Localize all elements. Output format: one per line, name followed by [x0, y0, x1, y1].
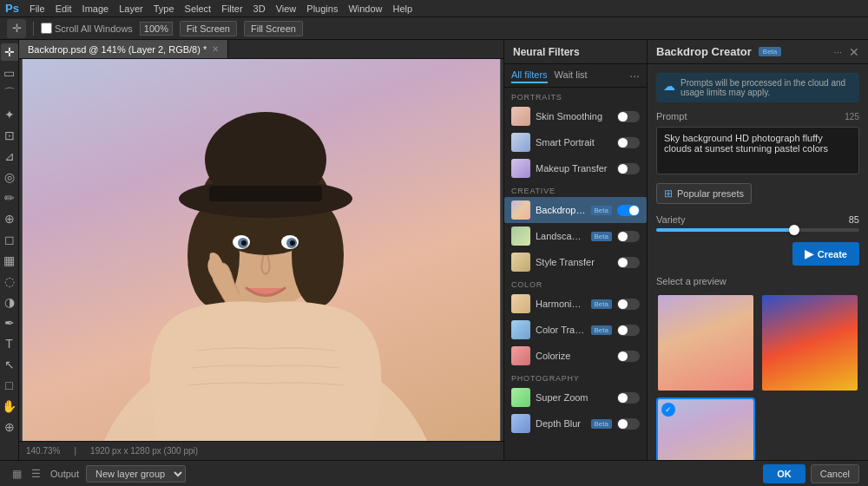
filter-toggle-harmonization[interactable]	[617, 299, 640, 310]
fill-screen-button[interactable]: Fill Screen	[244, 21, 303, 36]
create-button[interactable]: ▶ Create	[792, 242, 859, 266]
settings-beta-badge: Beta	[759, 47, 781, 56]
cancel-button[interactable]: Cancel	[811, 464, 859, 483]
bottom-bar-right: OK Cancel	[763, 464, 859, 483]
ok-button[interactable]: OK	[763, 464, 806, 483]
output-select[interactable]: New layer group New layer Smart object C…	[86, 465, 186, 483]
healing-brush-tool[interactable]: ◎	[1, 168, 18, 186]
preview-section-label: Select a preview	[656, 276, 859, 286]
menu-item-3d[interactable]: 3D	[253, 3, 266, 14]
settings-header: Backdrop Creator Beta ··· ✕	[648, 40, 868, 64]
zoom-input[interactable]	[140, 22, 173, 36]
prompt-textarea[interactable]: Sky background HD photograph fluffy clou…	[656, 127, 859, 174]
path-selection-tool[interactable]: ↖	[1, 356, 18, 373]
move-tool-icon[interactable]: ✛	[7, 19, 26, 38]
magic-wand-tool[interactable]: ✦	[1, 106, 18, 123]
filter-list-scroll[interactable]: PORTRAITS Skin Smoothing Smart Portrait …	[504, 88, 647, 460]
hand-tool[interactable]: ✋	[1, 397, 18, 415]
eyedropper-tool[interactable]: ⊿	[1, 148, 18, 165]
filter-name-makeup-transfer: Makeup Transfer	[536, 163, 612, 174]
menu-item-window[interactable]: Window	[348, 3, 382, 14]
variety-slider-track[interactable]	[656, 228, 859, 232]
preview-item-2[interactable]	[760, 293, 859, 392]
filter-toggle-skin-smoothing[interactable]	[617, 111, 640, 122]
dodge-tool[interactable]: ◑	[1, 293, 18, 311]
tab-all-filters[interactable]: All filters	[511, 68, 548, 83]
filter-toggle-smart-portrait[interactable]	[617, 137, 640, 148]
popular-presets-button[interactable]: ⊞ Popular presets	[656, 183, 752, 204]
tab-wait-list[interactable]: Wait list	[555, 68, 588, 83]
lasso-tool[interactable]: ⌒	[1, 85, 18, 102]
section-label-creative: CREATIVE	[504, 181, 647, 197]
filter-name-depth-blur: Depth Blur	[536, 418, 586, 429]
filter-item-smart-portrait[interactable]: Smart Portrait	[504, 129, 647, 155]
close-tab-icon[interactable]: ✕	[212, 44, 219, 54]
move-tool[interactable]: ✛	[1, 43, 18, 61]
marquee-tool[interactable]: ▭	[1, 64, 18, 82]
layer-icons: ▦ ☰	[9, 466, 43, 482]
filter-item-landscape-mixer[interactable]: Landscape Mi... Beta	[504, 223, 647, 249]
variety-slider-thumb[interactable]	[789, 225, 799, 235]
crop-tool[interactable]: ⊡	[1, 127, 18, 144]
menu-item-file[interactable]: File	[30, 3, 45, 14]
type-tool[interactable]: T	[1, 335, 18, 352]
layer-panel-icon[interactable]: ▦	[9, 466, 24, 482]
filter-toggle-depth-blur[interactable]	[617, 418, 640, 430]
preview-item-3[interactable]: ✓ ⤓	[656, 397, 755, 460]
menu-item-plugins[interactable]: Plugins	[306, 3, 338, 14]
filter-toggle-color-transfer[interactable]	[617, 325, 640, 336]
scroll-all-checkbox[interactable]	[41, 23, 52, 34]
settings-close-icon[interactable]: ✕	[849, 45, 859, 59]
eraser-tool[interactable]: ◻	[1, 231, 18, 248]
filter-item-super-zoom[interactable]: Super Zoom	[504, 384, 647, 410]
filter-name-color-transfer: Color Transfer	[536, 325, 586, 335]
filter-toggle-style-transfer[interactable]	[617, 257, 640, 268]
menu-item-edit[interactable]: Edit	[56, 3, 72, 14]
fit-screen-button[interactable]: Fit Screen	[180, 21, 237, 36]
menu-item-layer[interactable]: Layer	[119, 3, 143, 14]
menu-item-image[interactable]: Image	[82, 3, 109, 14]
variety-row: Variety 85	[656, 214, 859, 225]
filter-toggle-super-zoom[interactable]	[617, 392, 640, 404]
menu-item-type[interactable]: Type	[154, 3, 174, 14]
canvas-viewport	[19, 59, 503, 441]
layer-stack-icon[interactable]: ☰	[28, 466, 43, 482]
filter-item-skin-smoothing[interactable]: Skin Smoothing	[504, 103, 647, 129]
rectangle-tool[interactable]: □	[1, 377, 18, 394]
filter-list-column: Neural Filters All filters Wait list ···…	[504, 40, 648, 460]
filter-item-depth-blur[interactable]: Depth Blur Beta	[504, 410, 647, 437]
filter-name-landscape-mixer: Landscape Mi...	[536, 231, 586, 241]
woman-illustration	[23, 59, 501, 441]
menu-item-help[interactable]: Help	[393, 3, 413, 14]
filter-item-colorize[interactable]: Colorize	[504, 343, 647, 369]
preview-item-1[interactable]	[656, 293, 755, 392]
filter-item-style-transfer[interactable]: Style Transfer	[504, 249, 647, 275]
bottom-bar: ▦ ☰ Output New layer group New layer Sma…	[0, 460, 868, 486]
canvas-tab-backdrop[interactable]: Backdrop.psd @ 141% (Layer 2, RGB/8) * ✕	[19, 40, 228, 58]
filter-tabs-more-icon[interactable]: ···	[629, 69, 640, 82]
filter-toggle-backdrop-creator[interactable]	[617, 205, 640, 216]
settings-more-icon[interactable]: ···	[834, 47, 842, 57]
scroll-all-label[interactable]: Scroll All Windows	[41, 23, 133, 34]
clone-stamp-tool[interactable]: ⊕	[1, 210, 18, 227]
section-label-portraits: PORTRAITS	[504, 88, 647, 103]
filter-item-makeup-transfer[interactable]: Makeup Transfer	[504, 155, 647, 181]
menu-item-view[interactable]: View	[276, 3, 297, 14]
filter-badge-harmonization: Beta	[591, 299, 612, 309]
menu-item-filter[interactable]: Filter	[221, 3, 242, 14]
filter-name-super-zoom: Super Zoom	[536, 392, 612, 403]
brush-tool[interactable]: ✏	[1, 189, 18, 207]
menu-item-select[interactable]: Select	[185, 3, 212, 14]
blur-tool[interactable]: ◌	[1, 273, 18, 290]
gradient-tool[interactable]: ▦	[1, 252, 18, 269]
filter-toggle-landscape-mixer[interactable]	[617, 231, 640, 242]
filter-item-harmonization[interactable]: Harmonization Beta	[504, 291, 647, 317]
pen-tool[interactable]: ✒	[1, 314, 18, 332]
options-bar: ✛ Scroll All Windows Fit Screen Fill Scr…	[0, 17, 868, 40]
filter-item-backdrop-creator[interactable]: Backdrop Crea... Beta	[504, 197, 647, 223]
filter-item-color-transfer[interactable]: Color Transfer Beta	[504, 317, 647, 343]
zoom-tool[interactable]: ⊕	[1, 418, 18, 436]
svg-point-13	[241, 240, 247, 246]
filter-toggle-colorize[interactable]	[617, 351, 640, 362]
filter-toggle-makeup-transfer[interactable]	[617, 163, 640, 174]
